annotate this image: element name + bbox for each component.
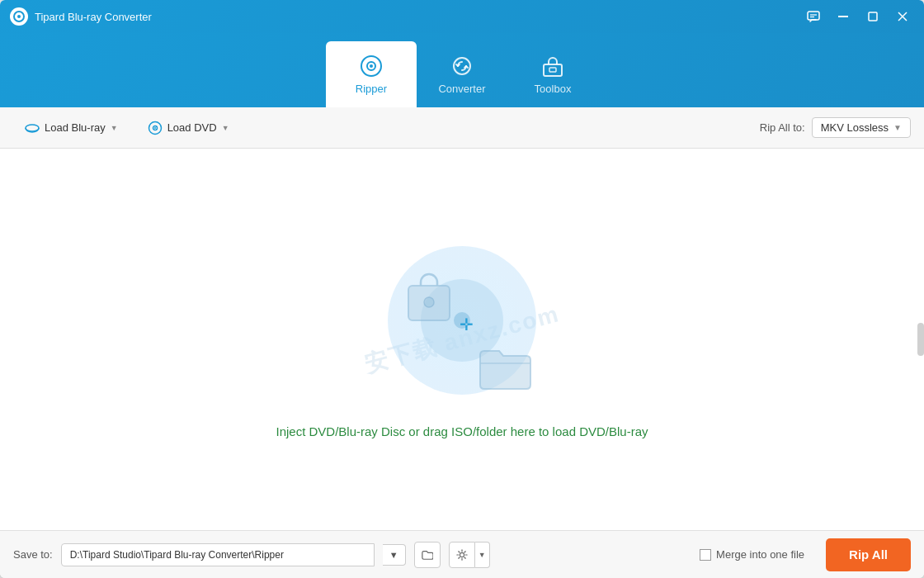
bottom-bar: Save to: ▼ ▼ Merge into one file Rip All — [0, 530, 924, 578]
nav-bar: Ripper Converter Toolbox — [0, 33, 924, 107]
tab-ripper[interactable]: Ripper — [326, 41, 417, 107]
settings-button[interactable] — [449, 542, 475, 568]
rip-format-arrow: ▼ — [893, 123, 902, 132]
drop-area[interactable]: ✛ Inject DVD/Blu-ray Disc or drag ISO/fo… — [276, 238, 648, 442]
svg-rect-5 — [838, 16, 848, 17]
app-logo — [10, 7, 28, 26]
tab-converter-label: Converter — [438, 83, 485, 95]
tab-converter[interactable]: Converter — [417, 41, 507, 107]
rip-format-select[interactable]: MKV Lossless ▼ — [812, 117, 911, 138]
svg-point-18 — [154, 127, 156, 129]
close-button[interactable] — [891, 5, 914, 28]
svg-point-20 — [424, 297, 434, 307]
svg-point-12 — [454, 58, 470, 74]
main-content: 安下载 anxz.com ✛ — [0, 149, 924, 530]
chat-button[interactable] — [802, 5, 825, 28]
merge-section: Merge into one file — [700, 548, 804, 561]
tab-ripper-label: Ripper — [356, 83, 387, 95]
settings-btn-group: ▼ — [449, 542, 490, 568]
rip-format-value: MKV Lossless — [821, 121, 889, 134]
svg-rect-6 — [869, 12, 877, 21]
svg-rect-2 — [808, 12, 819, 20]
title-bar: Tipard Blu-ray Converter — [0, 0, 924, 33]
tab-toolbox-label: Toolbox — [535, 83, 572, 95]
rip-all-button[interactable]: Rip All — [826, 538, 911, 571]
svg-rect-13 — [544, 64, 562, 76]
load-dvd-arrow: ▼ — [222, 124, 229, 132]
app-title: Tipard Blu-ray Converter — [35, 11, 802, 23]
toolbar: Load Blu-ray ▼ Load DVD ▼ Rip All to: MK… — [0, 107, 924, 149]
scrollbar[interactable] — [917, 323, 924, 356]
load-bluray-button[interactable]: Load Blu-ray ▼ — [13, 116, 130, 140]
svg-rect-14 — [549, 68, 556, 72]
tab-toolbox[interactable]: Toolbox — [507, 41, 598, 107]
load-bluray-label: Load Blu-ray — [45, 121, 106, 134]
svg-point-11 — [370, 64, 373, 68]
merge-label: Merge into one file — [716, 548, 804, 561]
merge-checkbox[interactable] — [700, 549, 711, 561]
app-window: Tipard Blu-ray Converter — [0, 0, 924, 578]
save-path-dropdown[interactable]: ▼ — [383, 544, 406, 566]
rip-settings: Rip All to: MKV Lossless ▼ — [760, 117, 911, 138]
load-dvd-button[interactable]: Load DVD ▼ — [136, 116, 241, 140]
cursor-icon: ✛ — [460, 315, 474, 334]
save-to-label: Save to: — [13, 548, 53, 561]
load-dvd-label: Load DVD — [167, 121, 217, 134]
svg-point-21 — [460, 552, 464, 557]
window-controls — [802, 5, 914, 28]
svg-point-1 — [17, 15, 21, 18]
bag-icon — [404, 271, 454, 325]
minimize-button[interactable] — [832, 5, 855, 28]
open-folder-button[interactable] — [414, 542, 441, 568]
save-path-input[interactable] — [61, 543, 375, 566]
drop-instruction: Inject DVD/Blu-ray Disc or drag ISO/fold… — [276, 423, 648, 442]
settings-dropdown-button[interactable]: ▼ — [475, 542, 490, 568]
load-bluray-arrow: ▼ — [111, 124, 118, 132]
drop-illustration: ✛ — [380, 238, 544, 403]
maximize-button[interactable] — [861, 5, 884, 28]
rip-all-to-label: Rip All to: — [760, 121, 805, 134]
folder-icon — [478, 345, 532, 391]
